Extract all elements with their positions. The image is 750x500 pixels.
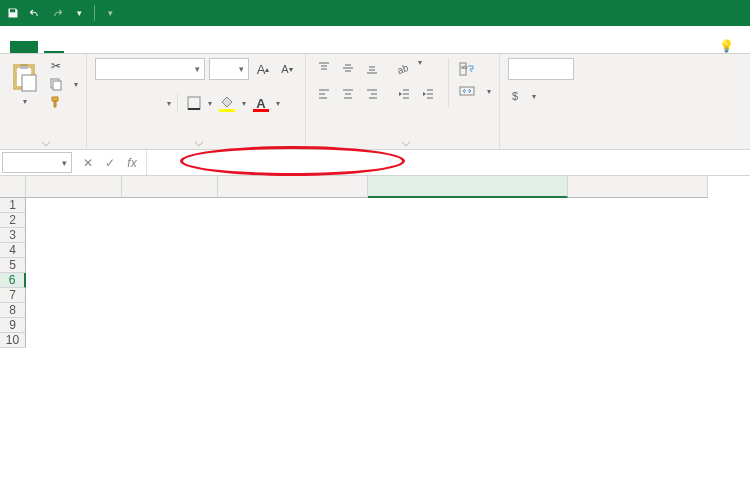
col-header-B[interactable] (122, 176, 218, 198)
svg-rect-3 (22, 75, 36, 91)
svg-rect-5 (53, 81, 61, 90)
italic-button[interactable] (119, 92, 139, 114)
tab-formulas[interactable] (122, 41, 142, 53)
increase-font-icon[interactable]: A▴ (253, 58, 273, 80)
font-color-button[interactable]: A (250, 92, 272, 114)
brush-icon (48, 94, 64, 110)
underline-button[interactable] (143, 92, 163, 114)
bold-button[interactable] (95, 92, 115, 114)
format-painter-button[interactable] (48, 94, 78, 110)
accounting-format-icon[interactable]: $ (508, 86, 528, 106)
cut-button[interactable]: ✂ (48, 58, 78, 74)
tab-help[interactable] (226, 41, 246, 53)
copy-icon (48, 76, 64, 92)
scissors-icon: ✂ (48, 58, 64, 74)
column-headers (26, 176, 708, 198)
tell-me-search[interactable]: 💡 (719, 39, 740, 53)
align-top-icon[interactable] (314, 58, 334, 78)
orientation-icon[interactable]: ab (394, 58, 414, 78)
redo-icon[interactable] (50, 6, 64, 20)
row-header-5[interactable]: 5 (0, 258, 26, 273)
row-header-2[interactable]: 2 (0, 213, 26, 228)
select-all-corner[interactable] (0, 176, 26, 198)
font-dialog-launcher-icon[interactable] (195, 138, 203, 146)
spreadsheet-grid: 1 2 3 4 5 6 7 8 9 10 (0, 176, 750, 348)
row-header-4[interactable]: 4 (0, 243, 26, 258)
wrap-text-icon: ab (459, 62, 475, 76)
borders-button[interactable] (184, 92, 204, 114)
touch-mode-icon[interactable]: ▾ (103, 6, 117, 20)
formula-input[interactable] (147, 150, 750, 175)
group-number: $ ▾ (500, 54, 582, 149)
name-box[interactable]: ▾ (2, 152, 72, 173)
tab-home[interactable] (44, 39, 64, 53)
row-header-8[interactable]: 8 (0, 303, 26, 318)
tab-view[interactable] (200, 41, 220, 53)
align-right-icon[interactable] (362, 84, 382, 104)
col-header-A[interactable] (26, 176, 122, 198)
increase-indent-icon[interactable] (418, 84, 438, 104)
merge-center-button[interactable]: ▾ (459, 84, 491, 98)
tab-insert[interactable] (70, 41, 90, 53)
svg-text:$: $ (512, 90, 518, 102)
row-header-1[interactable]: 1 (0, 198, 26, 213)
svg-text:ab: ab (461, 64, 468, 70)
align-left-icon[interactable] (314, 84, 334, 104)
lightbulb-icon: 💡 (719, 39, 734, 53)
ribbon-tabs: 💡 (0, 26, 750, 54)
col-header-E[interactable] (568, 176, 708, 198)
fill-color-swatch (219, 109, 235, 112)
qat-customize-icon[interactable]: ▾ (72, 6, 86, 20)
tab-data[interactable] (148, 41, 168, 53)
wrap-text-button[interactable]: ab (459, 62, 491, 76)
row-header-3[interactable]: 3 (0, 228, 26, 243)
formula-bar: ▾ ✕ ✓ fx (0, 150, 750, 176)
col-header-D[interactable] (368, 176, 568, 198)
number-format-combo[interactable] (508, 58, 574, 80)
col-header-C[interactable] (218, 176, 368, 198)
svg-rect-6 (188, 97, 200, 109)
font-size-combo[interactable]: ▾ (209, 58, 249, 80)
merge-icon (459, 84, 475, 98)
paste-button[interactable]: ▾ (8, 58, 42, 109)
decrease-indent-icon[interactable] (394, 84, 414, 104)
group-clipboard: ▾ ✂ ▾ (0, 54, 87, 149)
enter-formula-icon[interactable]: ✓ (102, 156, 118, 170)
svg-text:ab: ab (397, 62, 410, 75)
svg-rect-35 (460, 87, 474, 95)
copy-button[interactable]: ▾ (48, 76, 78, 92)
quick-access-toolbar: ▾ ▾ (0, 0, 750, 26)
decrease-font-icon[interactable]: A▾ (277, 58, 297, 80)
clipboard-dialog-launcher-icon[interactable] (42, 138, 50, 146)
fill-color-button[interactable] (216, 92, 238, 114)
group-font: ▾ ▾ A▴ A▾ ▾ ▾ ▾ A ▾ (87, 54, 306, 149)
align-center-icon[interactable] (338, 84, 358, 104)
alignment-dialog-launcher-icon[interactable] (401, 138, 409, 146)
align-middle-icon[interactable] (338, 58, 358, 78)
align-bottom-icon[interactable] (362, 58, 382, 78)
ribbon: ▾ ✂ ▾ ▾ ▾ A▴ A▾ ▾ (0, 54, 750, 150)
cancel-formula-icon[interactable]: ✕ (80, 156, 96, 170)
row-header-7[interactable]: 7 (0, 288, 26, 303)
tab-page-layout[interactable] (96, 41, 116, 53)
tab-review[interactable] (174, 41, 194, 53)
row-header-10[interactable]: 10 (0, 333, 26, 348)
row-headers: 1 2 3 4 5 6 7 8 9 10 (0, 198, 26, 348)
group-alignment: ab ▾ ab ▾ (306, 54, 500, 149)
font-name-combo[interactable]: ▾ (95, 58, 205, 80)
fx-icon[interactable]: fx (124, 156, 140, 170)
row-header-6[interactable]: 6 (0, 273, 26, 288)
undo-icon[interactable] (28, 6, 42, 20)
save-icon[interactable] (6, 6, 20, 20)
font-color-swatch (253, 109, 269, 112)
row-header-9[interactable]: 9 (0, 318, 26, 333)
tab-file[interactable] (10, 41, 38, 53)
